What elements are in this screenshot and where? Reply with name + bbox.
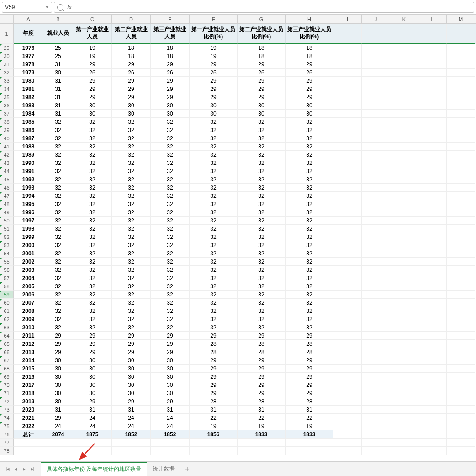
cell[interactable]: 32 [190,315,238,323]
cell[interactable]: 32 [238,266,286,274]
cell[interactable]: 29 [286,77,333,85]
cell[interactable]: 32 [73,167,112,175]
cell[interactable]: 32 [238,233,286,241]
cell[interactable]: 32 [73,315,112,323]
cell[interactable]: 32 [43,225,73,233]
cell[interactable]: 1995 [14,200,43,208]
cell[interactable]: 1991 [14,167,43,175]
row-header-60[interactable]: 60 [0,299,14,307]
cell[interactable]: 32 [286,299,333,307]
cell[interactable]: 32 [151,249,190,258]
cell[interactable]: 32 [286,315,333,323]
cell[interactable]: 32 [190,126,238,134]
cell[interactable]: 32 [151,291,190,299]
cell[interactable]: 28 [238,348,286,356]
cell[interactable]: 32 [112,323,151,332]
cell[interactable]: 32 [190,323,238,332]
column-header-E[interactable]: E [151,15,190,23]
cell[interactable]: 32 [286,151,333,159]
cell[interactable]: 32 [112,217,151,225]
column-header-C[interactable]: C [73,15,112,23]
cell[interactable]: 24 [151,414,190,422]
zoom-icon[interactable] [57,4,63,11]
cell[interactable]: 2001 [14,249,43,258]
cell[interactable]: 29 [73,93,112,101]
cell[interactable]: 32 [151,266,190,274]
cell[interactable]: 32 [238,299,286,307]
cell[interactable]: 32 [151,175,190,184]
cell[interactable]: 29 [238,93,286,101]
cell[interactable]: 32 [73,307,112,315]
cell[interactable]: 32 [286,241,333,249]
cell[interactable]: 1984 [14,110,43,118]
cell[interactable]: 32 [151,225,190,233]
cell[interactable]: 30 [73,101,112,110]
cell[interactable]: 32 [286,192,333,200]
cell[interactable]: 32 [286,282,333,291]
cell[interactable]: 32 [286,225,333,233]
cell[interactable]: 32 [73,258,112,266]
cell[interactable]: 32 [112,274,151,282]
cell[interactable]: 29 [286,373,333,381]
cell[interactable]: 25 [43,52,73,60]
cell[interactable]: 1982 [14,93,43,101]
cell[interactable]: 1994 [14,192,43,200]
row-header-46[interactable]: 46 [0,184,14,192]
cell[interactable]: 32 [43,134,73,143]
cell[interactable]: 19 [238,422,286,430]
cell[interactable]: 32 [73,126,112,134]
cell[interactable]: 29 [151,397,190,406]
row-header-74[interactable]: 74 [0,414,14,422]
cell[interactable]: 30 [151,381,190,389]
cell[interactable]: 32 [151,217,190,225]
cell[interactable]: 32 [190,175,238,184]
cell[interactable]: 26 [190,69,238,77]
cell[interactable]: 31 [43,110,73,118]
cell[interactable]: 29 [190,60,238,69]
cell[interactable]: 30 [43,356,73,365]
cell[interactable]: 32 [190,118,238,126]
cell[interactable]: 2007 [14,299,43,307]
cell[interactable]: 32 [286,118,333,126]
cell[interactable]: 30 [73,356,112,365]
cell[interactable]: 32 [238,126,286,134]
cell[interactable]: 32 [43,315,73,323]
row-header-55[interactable]: 55 [0,258,14,266]
cell[interactable]: 29 [73,348,112,356]
cell[interactable]: 32 [151,118,190,126]
cell[interactable]: 30 [112,110,151,118]
cell[interactable]: 32 [43,323,73,332]
cell[interactable]: 32 [151,258,190,266]
cell[interactable]: 32 [238,315,286,323]
cell[interactable]: 31 [151,406,190,414]
row-header-51[interactable]: 51 [0,225,14,233]
row-header-39[interactable]: 39 [0,126,14,134]
cell[interactable]: 32 [238,217,286,225]
row-header-53[interactable]: 53 [0,241,14,249]
cell[interactable]: 29 [73,60,112,69]
cell[interactable]: 32 [151,159,190,167]
cell[interactable]: 1981 [14,85,43,93]
cell[interactable]: 24 [112,422,151,430]
column-header-D[interactable]: D [112,15,151,23]
cell[interactable]: 30 [73,110,112,118]
table-header-cell[interactable]: 第三产业就业人员 [151,24,190,44]
cell[interactable]: 29 [73,340,112,348]
cell[interactable]: 30 [112,373,151,381]
cell[interactable]: 29 [151,77,190,85]
cell[interactable]: 19 [190,44,238,52]
cell[interactable]: 1988 [14,143,43,151]
cell[interactable]: 30 [151,389,190,397]
cell[interactable]: 2004 [14,274,43,282]
cell[interactable]: 32 [286,200,333,208]
cell[interactable]: 19 [73,44,112,52]
cell[interactable]: 32 [112,184,151,192]
cell[interactable]: 32 [151,143,190,151]
cell[interactable]: 32 [43,184,73,192]
cell[interactable]: 29 [43,348,73,356]
row-header-73[interactable]: 73 [0,406,14,414]
table-header-cell[interactable]: 第一产业就业人员比例(%) [190,24,238,44]
cell[interactable]: 28 [190,340,238,348]
cell[interactable]: 32 [43,192,73,200]
cell[interactable]: 29 [73,85,112,93]
